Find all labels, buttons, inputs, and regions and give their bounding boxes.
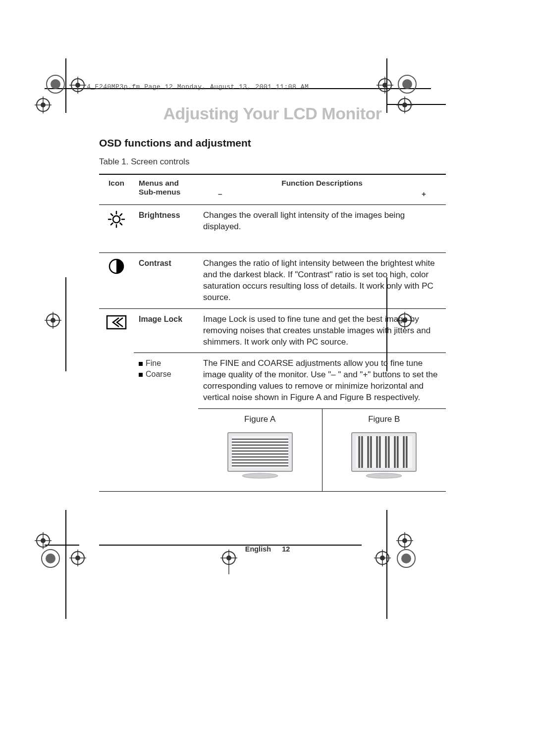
menu-brightness: Brightness (134, 205, 198, 253)
svg-line-57 (111, 214, 113, 216)
row-image-lock: Image Lock Image Lock is used to fine tu… (99, 308, 446, 353)
figure-a-monitor-icon (223, 430, 297, 480)
chapter-title: Adjusting Your LCD Monitor (99, 104, 446, 123)
screen-controls-table: Icon Menus and Sub-menus Function Descri… (99, 174, 446, 492)
row-figures: Figure A (99, 408, 446, 491)
row-brightness: Brightness Changes the overall light int… (99, 205, 446, 253)
plus-label: + (422, 190, 426, 199)
figure-b: Figure B (322, 409, 446, 491)
row-contrast: Contrast Changes the ratio of light inte… (99, 252, 446, 308)
submenu-fine: Fine (146, 359, 161, 367)
page-footer: English 12 (0, 545, 535, 553)
submenu-coarse: Coarse (146, 370, 171, 378)
svg-point-43 (401, 554, 411, 563)
desc-fine-coarse: The FINE and COARSE adjustments allow yo… (198, 353, 446, 408)
svg-point-90 (366, 473, 402, 478)
svg-point-52 (113, 216, 120, 223)
footer-language: English (245, 545, 271, 553)
crop-mark-icon (220, 550, 238, 577)
crop-mark-icon (35, 97, 52, 114)
col-menus: Menus and Sub-menus (134, 174, 198, 205)
desc-brightness: Changes the overall light intensity of t… (198, 205, 446, 253)
page-body: Adjusting Your LCD Monitor OSD functions… (99, 77, 446, 492)
brightness-icon (107, 221, 126, 231)
table-caption: Table 1. Screen controls (99, 157, 446, 167)
image-lock-icon (106, 323, 127, 333)
svg-point-75 (242, 473, 278, 478)
crop-mark-icon (45, 312, 62, 329)
desc-contrast: Changes the ratio of light intensity bet… (198, 252, 446, 308)
crop-mark-icon (69, 77, 87, 94)
svg-line-59 (120, 214, 122, 216)
contrast-icon (108, 267, 125, 277)
row-fine-coarse: Fine Coarse The FINE and COARSE adjustme… (99, 353, 446, 408)
section-title: OSD functions and adjustment (99, 137, 446, 149)
figure-a: Figure A (198, 409, 322, 491)
footer-page-number: 12 (282, 545, 290, 553)
svg-line-58 (120, 223, 122, 225)
svg-point-29 (46, 554, 55, 563)
figure-b-monitor-icon (347, 430, 421, 480)
svg-line-60 (111, 223, 113, 225)
col-icon: Icon (99, 174, 134, 205)
desc-image-lock: Image Lock is used to fine tune and get … (198, 308, 446, 353)
minus-label: – (218, 190, 222, 199)
col-function: Function Descriptions – + (198, 174, 446, 205)
svg-point-1 (51, 79, 60, 89)
menu-contrast: Contrast (134, 252, 198, 308)
menu-image-lock: Image Lock (134, 308, 198, 353)
